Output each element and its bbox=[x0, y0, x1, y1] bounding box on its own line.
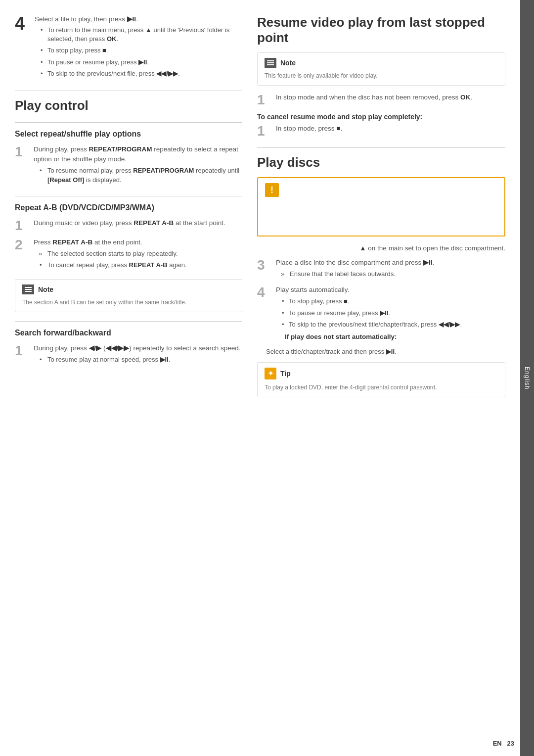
caution-header: ! bbox=[265, 183, 497, 197]
play-discs-bullet-2: To pause or resume play, press ▶II. bbox=[280, 309, 505, 318]
caution-icon-text: ! bbox=[270, 186, 273, 194]
search-subbullet-1: To resume play at normal speed, press ▶I… bbox=[38, 355, 242, 364]
cancel-resume-step1-text: In stop mode, press ■. bbox=[276, 124, 505, 134]
tip-icon: ✦ bbox=[265, 368, 276, 379]
note-line-1 bbox=[25, 287, 32, 288]
repeat-ab-step2-text: Press REPEAT A-B at the end point. bbox=[34, 237, 242, 247]
repeat-ab-step1-body: During music or video play, press REPEAT… bbox=[34, 218, 242, 230]
caution-box: ! bbox=[257, 177, 505, 236]
note-icon bbox=[22, 284, 34, 294]
resume-heading: Resume video play from last stopped poin… bbox=[257, 15, 505, 46]
repeat-ab-heading: Repeat A-B (DVD/VCD/CD/MP3/WMA) bbox=[15, 203, 242, 212]
play-discs-step4: 4 Play starts automatically. To stop pla… bbox=[257, 285, 505, 344]
step4-bullet-3: To pause or resume play, press ▶II. bbox=[39, 58, 242, 67]
select-repeat-subbullets: To resume normal play, press REPEAT/PROG… bbox=[34, 166, 242, 184]
resume-note-title: Note bbox=[280, 59, 296, 67]
select-repeat-step1-text: During play, press REPEAT/PROGRAM repeat… bbox=[34, 144, 242, 165]
resume-step1-text: In stop mode and when the disc has not b… bbox=[276, 93, 505, 102]
tip-box: ✦ Tip To play a locked DVD, enter the 4-… bbox=[257, 362, 505, 397]
search-step1-body: During play, press ◀/▶ (◀◀/▶▶) repeatedl… bbox=[34, 343, 242, 367]
repeat-ab-step2-body: Press REPEAT A-B at the end point. The s… bbox=[34, 237, 242, 273]
play-discs-step3: 3 Place a disc into the disc compartment… bbox=[257, 258, 505, 281]
note-icon-lines bbox=[25, 287, 32, 292]
step4-content: Select a file to play, then press ▶II. T… bbox=[35, 15, 242, 81]
sidebar-right: English bbox=[520, 0, 534, 756]
repeat-ab-subbullet-2: To cancel repeat play, press REPEAT A-B … bbox=[38, 261, 242, 270]
divider-1 bbox=[15, 91, 242, 91]
select-repeat-heading: Select repeat/shuffle play options bbox=[15, 130, 242, 139]
left-column: 4 Select a file to play, then press ▶II.… bbox=[15, 15, 242, 741]
resume-note-text: This feature is only available for video… bbox=[265, 72, 498, 80]
select-title-text: Select a title/chapter/track and then pr… bbox=[266, 348, 397, 355]
divider-4 bbox=[15, 321, 242, 322]
note-text: The section A and B can be set only with… bbox=[22, 298, 235, 307]
resume-note-box: Note This feature is only available for … bbox=[257, 52, 505, 86]
play-discs-heading: Play discs bbox=[257, 155, 505, 170]
search-heading: Search forward/backward bbox=[15, 329, 242, 337]
play-discs-step3-bullets: Ensure that the label faces outwards. bbox=[276, 270, 505, 279]
divider-2 bbox=[15, 122, 242, 123]
play-discs-bullet-1: To stop play, press ■. bbox=[280, 297, 505, 306]
repeat-ab-step2-bullets: The selected section starts to play repe… bbox=[34, 249, 242, 270]
repeat-ab-step2-num: 2 bbox=[15, 237, 29, 253]
step4-top: 4 Select a file to play, then press ▶II.… bbox=[15, 15, 242, 81]
play-discs-step4-text: Play starts automatically. bbox=[276, 285, 505, 295]
eject-text: ▲ on the main set to open the disc compa… bbox=[257, 243, 505, 253]
resume-note-line-2 bbox=[267, 62, 274, 63]
repeat-ab-step1-text: During music or video play, press REPEAT… bbox=[34, 218, 242, 228]
en-label: EN bbox=[493, 740, 502, 747]
play-discs-step3-num: 3 bbox=[257, 258, 271, 273]
tip-icon-star: ✦ bbox=[267, 370, 274, 378]
select-repeat-step1-body: During play, press REPEAT/PROGRAM repeat… bbox=[34, 144, 242, 187]
resume-note-icon bbox=[265, 58, 276, 68]
cancel-resume-step1-num: 1 bbox=[257, 124, 271, 139]
play-discs-bullet-3: To skip to the previous/next title/chapt… bbox=[280, 320, 505, 329]
step4-bullet-2: To stop play, press ■. bbox=[39, 46, 242, 55]
search-subbullets: To resume play at normal speed, press ▶I… bbox=[34, 355, 242, 364]
page-footer: EN 23 bbox=[493, 740, 514, 747]
step4-bullets: To return to the main menu, press ▲ unti… bbox=[35, 26, 242, 78]
resume-note-header: Note bbox=[265, 58, 498, 68]
search-step1-num: 1 bbox=[15, 343, 29, 359]
divider-3 bbox=[15, 196, 242, 196]
cancel-resume-step1: 1 In stop mode, press ■. bbox=[257, 124, 505, 139]
note-header: Note bbox=[22, 284, 235, 294]
note-title: Note bbox=[38, 285, 53, 293]
cancel-resume-step1-body: In stop mode, press ■. bbox=[276, 124, 505, 136]
play-discs-step3-body: Place a disc into the disc compartment a… bbox=[276, 258, 505, 281]
play-control-heading: Play control bbox=[15, 98, 242, 113]
select-repeat-step1: 1 During play, press REPEAT/PROGRAM repe… bbox=[15, 144, 242, 187]
resume-note-line-3 bbox=[267, 64, 274, 65]
right-column: Resume video play from last stopped poin… bbox=[257, 15, 505, 741]
select-title-row: Select a title/chapter/track and then pr… bbox=[257, 348, 505, 355]
search-step1: 1 During play, press ◀/▶ (◀◀/▶▶) repeate… bbox=[15, 343, 242, 367]
step4-intro: Select a file to play, then press ▶II. bbox=[35, 15, 242, 23]
select-repeat-subbullet-1: To resume normal play, press REPEAT/PROG… bbox=[38, 166, 242, 184]
resume-note-line-1 bbox=[267, 60, 274, 61]
note-line-2 bbox=[25, 289, 32, 290]
caution-icon: ! bbox=[265, 183, 279, 197]
repeat-ab-step1-num: 1 bbox=[15, 218, 29, 234]
resume-step1-body: In stop mode and when the disc has not b… bbox=[276, 93, 505, 104]
resume-step1: 1 In stop mode and when the disc has not… bbox=[257, 93, 505, 108]
play-discs-step3-bullet-1: Ensure that the label faces outwards. bbox=[280, 270, 505, 279]
repeat-ab-subbullet-1: The selected section starts to play repe… bbox=[38, 249, 242, 258]
play-discs-step4-body: Play starts automatically. To stop play,… bbox=[276, 285, 505, 344]
step4-bullet-1: To return to the main menu, press ▲ unti… bbox=[39, 26, 242, 44]
note-line-3 bbox=[25, 291, 32, 292]
repeat-ab-note-box: Note The section A and B can be set only… bbox=[15, 279, 242, 312]
resume-step1-num: 1 bbox=[257, 93, 271, 108]
step4-number: 4 bbox=[15, 15, 30, 33]
play-discs-step4-num: 4 bbox=[257, 285, 271, 300]
page-number: 23 bbox=[507, 740, 514, 747]
sidebar-label: English bbox=[524, 367, 531, 389]
resume-note-icon-lines bbox=[267, 60, 274, 65]
tip-text: To play a locked DVD, enter the 4-digit … bbox=[265, 383, 498, 392]
play-discs-step3-text: Place a disc into the disc compartment a… bbox=[276, 258, 505, 268]
search-step1-text: During play, press ◀/▶ (◀◀/▶▶) repeatedl… bbox=[34, 343, 242, 353]
play-discs-step4-bullets: To stop play, press ■. To pause or resum… bbox=[276, 297, 505, 329]
tip-title: Tip bbox=[280, 370, 291, 378]
step4-bullet-4: To skip to the previous/next file, press… bbox=[39, 69, 242, 78]
repeat-ab-step2: 2 Press REPEAT A-B at the end point. The… bbox=[15, 237, 242, 273]
divider-right-1 bbox=[257, 147, 505, 148]
